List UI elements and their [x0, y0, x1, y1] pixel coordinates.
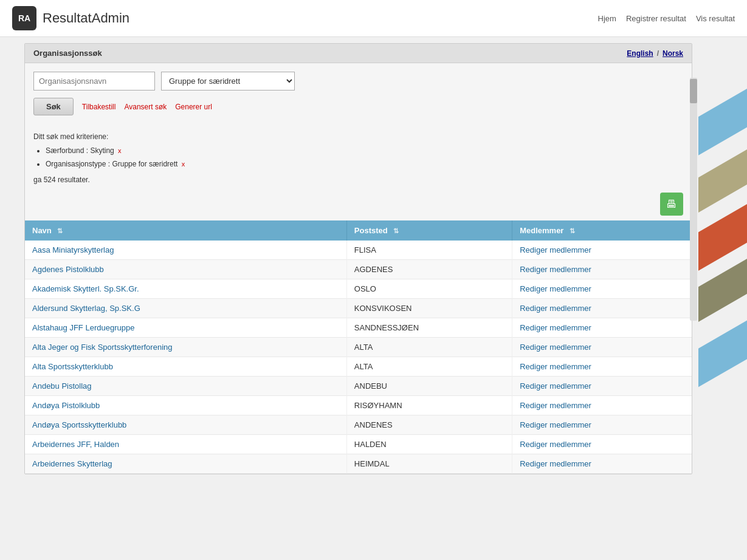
- rediger-link[interactable]: Rediger medlemmer: [520, 343, 591, 352]
- org-link[interactable]: Andøya Sportsskytterklubb: [32, 420, 126, 429]
- rediger-link[interactable]: Rediger medlemmer: [520, 381, 591, 391]
- org-link[interactable]: Aldersund Skytterlag, Sp.SK.G: [32, 304, 140, 313]
- table-body: Aasa MiniatyrskytterlagFLISARediger medl…: [25, 241, 692, 474]
- table-row: Andøya SportsskytterklubbANDENESRediger …: [25, 415, 692, 435]
- lang-norsk[interactable]: Norsk: [663, 49, 683, 58]
- col-navn-label: Navn: [32, 226, 52, 235]
- group-select[interactable]: Gruppe for særidrett: [161, 72, 295, 90]
- logo-box: RA: [12, 6, 36, 30]
- table-row: Agdenes PistolklubbAGDENESRediger medlem…: [25, 260, 692, 279]
- cell-medlemmer: Rediger medlemmer: [512, 415, 692, 435]
- rediger-link[interactable]: Rediger medlemmer: [520, 401, 591, 410]
- results-count: ga 524 resultater.: [33, 176, 683, 184]
- org-link[interactable]: Aasa Miniatyrskytterlag: [32, 245, 114, 254]
- criteria-value-0: Skyting: [90, 146, 114, 155]
- cell-navn: Akademisk Skytterl. Sp.SK.Gr.: [25, 279, 346, 299]
- generate-url-link[interactable]: Generer url: [175, 103, 212, 111]
- col-navn[interactable]: Navn ⇅: [25, 220, 346, 241]
- cell-poststed: ALTA: [346, 338, 512, 357]
- rediger-link[interactable]: Rediger medlemmer: [520, 459, 591, 468]
- sort-medlemmer-icon: ⇅: [570, 227, 575, 235]
- cell-medlemmer: Rediger medlemmer: [512, 396, 692, 415]
- sort-navn-icon: ⇅: [57, 227, 63, 235]
- table-row: Andøya PistolklubbRISØYHAMNRediger medle…: [25, 396, 692, 415]
- remove-criteria-0[interactable]: x: [118, 147, 122, 154]
- org-link[interactable]: Arbeidernes JFF, Halden: [32, 440, 119, 449]
- col-medlemmer-label: Medlemmer: [520, 226, 563, 235]
- rediger-link[interactable]: Rediger medlemmer: [520, 304, 591, 313]
- print-icon: 🖶: [666, 198, 677, 211]
- table-row: Arbeidernes JFF, HaldenHALDENRediger med…: [25, 435, 692, 454]
- lang-english[interactable]: English: [627, 49, 653, 58]
- nav-links: Hjem Registrer resultat Vis resultat: [598, 14, 735, 23]
- org-link[interactable]: Alta Jeger og Fisk Sportsskytterforening: [32, 343, 173, 352]
- search-row: Gruppe for særidrett: [33, 72, 683, 90]
- app-title: ResultatAdmin: [43, 10, 129, 26]
- rediger-link[interactable]: Rediger medlemmer: [520, 362, 591, 371]
- criteria-box: Ditt søk med kriteriene: Særforbund : Sk…: [25, 128, 692, 193]
- rediger-link[interactable]: Rediger medlemmer: [520, 265, 591, 274]
- table-row: Akademisk Skytterl. Sp.SK.Gr.OSLORediger…: [25, 279, 692, 299]
- table-row: Andebu PistollagANDEBURediger medlemmer: [25, 377, 692, 396]
- org-link[interactable]: Arbeidernes Skytterlag: [32, 459, 112, 468]
- cell-navn: Agdenes Pistolklubb: [25, 260, 346, 279]
- cell-navn: Andøya Sportsskytterklubb: [25, 415, 346, 435]
- main-panel: Organisasjonssøk English / Norsk Gruppe …: [24, 43, 692, 474]
- panel-title: Organisasjonssøk: [33, 49, 102, 58]
- advanced-search-link[interactable]: Avansert søk: [124, 103, 167, 111]
- col-poststed[interactable]: Poststed ⇅: [346, 220, 512, 241]
- org-link[interactable]: Alta Sportsskytterklubb: [32, 362, 113, 371]
- results-table: Navn ⇅ Poststed ⇅ Medlemmer ⇅: [25, 220, 692, 474]
- cell-poststed: FLISA: [346, 241, 512, 260]
- reset-link[interactable]: Tilbakestill: [82, 103, 116, 111]
- rediger-link[interactable]: Rediger medlemmer: [520, 323, 591, 332]
- cell-navn: Aasa Miniatyrskytterlag: [25, 241, 346, 260]
- cell-medlemmer: Rediger medlemmer: [512, 260, 692, 279]
- nav-hjem[interactable]: Hjem: [598, 14, 616, 23]
- search-input[interactable]: [33, 72, 155, 90]
- logo-text: RA: [18, 13, 30, 23]
- criteria-item-1: Organisasjonstype : Gruppe for særidrett…: [46, 158, 683, 171]
- print-button[interactable]: 🖶: [660, 193, 683, 216]
- language-switcher: English / Norsk: [627, 49, 683, 58]
- panel-header: Organisasjonssøk English / Norsk: [25, 44, 692, 63]
- col-medlemmer[interactable]: Medlemmer ⇅: [512, 220, 692, 241]
- rediger-link[interactable]: Rediger medlemmer: [520, 440, 591, 449]
- table-header: Navn ⇅ Poststed ⇅ Medlemmer ⇅: [25, 220, 692, 241]
- org-link[interactable]: Akademisk Skytterl. Sp.SK.Gr.: [32, 284, 139, 293]
- cell-medlemmer: Rediger medlemmer: [512, 377, 692, 396]
- remove-criteria-1[interactable]: x: [182, 160, 185, 168]
- cell-navn: Arbeidernes Skytterlag: [25, 454, 346, 474]
- cell-navn: Aldersund Skytterlag, Sp.SK.G: [25, 299, 346, 318]
- cell-poststed: ANDENES: [346, 415, 512, 435]
- header: RA ResultatAdmin Hjem Registrer resultat…: [0, 0, 747, 37]
- cell-navn: Alta Sportsskytterklubb: [25, 357, 346, 377]
- org-link[interactable]: Agdenes Pistolklubb: [32, 265, 104, 274]
- table-row: Alstahaug JFF LerduegruppeSANDNESSJØENRe…: [25, 318, 692, 338]
- rediger-link[interactable]: Rediger medlemmer: [520, 284, 591, 293]
- rediger-link[interactable]: Rediger medlemmer: [520, 420, 591, 429]
- cell-poststed: RISØYHAMN: [346, 396, 512, 415]
- org-link[interactable]: Alstahaug JFF Lerduegruppe: [32, 323, 134, 332]
- criteria-label-0: Særforbund: [46, 146, 84, 155]
- scroll-thumb[interactable]: [690, 79, 697, 103]
- nav-vis[interactable]: Vis resultat: [696, 14, 735, 23]
- org-link[interactable]: Andebu Pistollag: [32, 381, 92, 391]
- rediger-link[interactable]: Rediger medlemmer: [520, 245, 591, 254]
- scrollbar[interactable]: [690, 78, 697, 321]
- button-row: Søk Tilbakestill Avansert søk Generer ur…: [33, 98, 683, 115]
- cell-medlemmer: Rediger medlemmer: [512, 454, 692, 474]
- cell-medlemmer: Rediger medlemmer: [512, 241, 692, 260]
- criteria-label-1: Organisasjonstype: [46, 160, 106, 168]
- table-row: Alta SportsskytterklubbALTARediger medle…: [25, 357, 692, 377]
- nav-register[interactable]: Registrer resultat: [626, 14, 686, 23]
- criteria-list: Særforbund : Skyting x Organisasjonstype…: [46, 145, 683, 171]
- cell-navn: Andøya Pistolklubb: [25, 396, 346, 415]
- search-button[interactable]: Søk: [33, 98, 74, 115]
- cell-poststed: OSLO: [346, 279, 512, 299]
- cell-medlemmer: Rediger medlemmer: [512, 338, 692, 357]
- cell-navn: Alta Jeger og Fisk Sportsskytterforening: [25, 338, 346, 357]
- table-header-row: Navn ⇅ Poststed ⇅ Medlemmer ⇅: [25, 220, 692, 241]
- criteria-item-0: Særforbund : Skyting x: [46, 145, 683, 158]
- org-link[interactable]: Andøya Pistolklubb: [32, 401, 100, 410]
